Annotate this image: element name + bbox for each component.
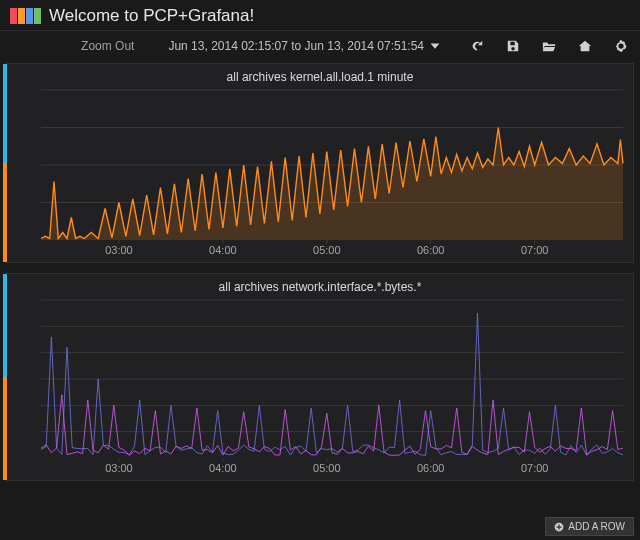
panel-network: all archives network.interface.*.bytes.*… — [6, 273, 634, 481]
svg-text:04:00: 04:00 — [209, 244, 237, 256]
gear-icon[interactable] — [614, 39, 628, 53]
timerange-label: Jun 13, 2014 02:15:07 to Jun 13, 2014 07… — [168, 39, 424, 53]
zoom-out-button[interactable]: Zoom Out — [81, 39, 134, 53]
caret-down-icon — [428, 39, 442, 53]
svg-text:05:00: 05:00 — [313, 244, 341, 256]
add-row-label: ADD A ROW — [568, 521, 625, 532]
panel-title: all archives kernel.all.load.1 minute — [7, 64, 633, 86]
folder-open-icon[interactable] — [542, 39, 556, 53]
svg-text:03:00: 03:00 — [105, 244, 133, 256]
svg-text:06:00: 06:00 — [417, 244, 445, 256]
toolbar: Zoom Out Jun 13, 2014 02:15:07 to Jun 13… — [0, 31, 640, 63]
grafana-logo — [10, 8, 41, 24]
refresh-icon[interactable] — [470, 39, 484, 53]
svg-text:04:00: 04:00 — [209, 462, 237, 474]
panel-load: all archives kernel.all.load.1 minute 0.… — [6, 63, 634, 263]
svg-text:05:00: 05:00 — [313, 462, 341, 474]
page-title: Welcome to PCP+Grafana! — [49, 6, 254, 26]
svg-text:07:00: 07:00 — [521, 462, 549, 474]
svg-text:03:00: 03:00 — [105, 462, 133, 474]
panel-title: all archives network.interface.*.bytes.* — [7, 274, 633, 296]
plus-circle-icon — [554, 522, 564, 532]
timerange-picker[interactable]: Jun 13, 2014 02:15:07 to Jun 13, 2014 07… — [168, 39, 442, 53]
add-row-button[interactable]: ADD A ROW — [545, 517, 634, 536]
chart-load[interactable]: 0.511.5203:0004:0005:0006:0007:00 — [41, 86, 629, 258]
save-icon[interactable] — [506, 39, 520, 53]
home-icon[interactable] — [578, 39, 592, 53]
svg-text:07:00: 07:00 — [521, 244, 549, 256]
chart-network[interactable]: 50.0 K100.0 K150.0 K200.0 K250.0 K300.0 … — [41, 296, 629, 476]
svg-text:06:00: 06:00 — [417, 462, 445, 474]
